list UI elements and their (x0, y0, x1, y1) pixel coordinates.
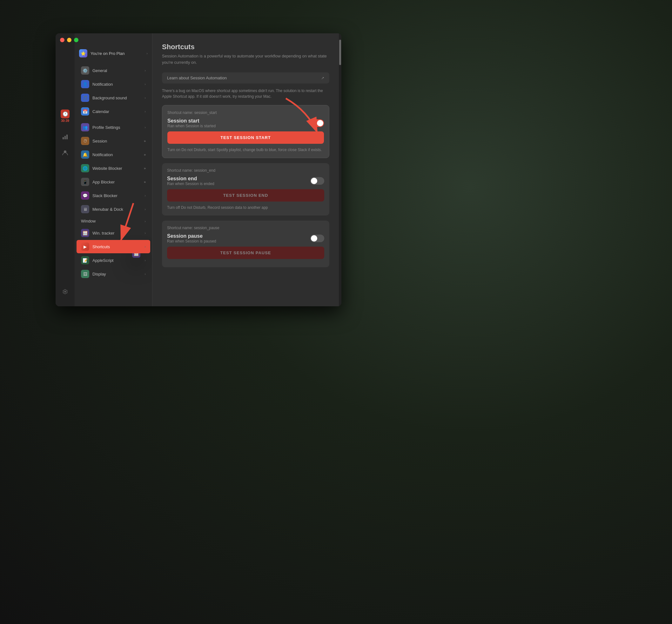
nav-items-container: ⚙️General›👤Notification›🎵Background soun… (75, 64, 152, 281)
pro-plan-item[interactable]: ⭐ You're on Pro Plan › (75, 46, 152, 61)
sidebar-item-window[interactable]: 🪟Window› (77, 216, 150, 226)
shortcut-card-session_pause: Shortcut name: session_pause Session pau… (162, 220, 329, 267)
sidebar-nav: ⭐ You're on Pro Plan › ⚙️General›👤Notifi… (75, 33, 152, 306)
shortcut-name-label-session_pause: Shortcut name: session_pause (167, 226, 324, 230)
sidebar-arrow-shortcuts: › (145, 245, 146, 249)
sidebar-item-website-blocker[interactable]: 🌐Website Blocker» (77, 161, 150, 175)
shortcut-desc-bottom-session_start: Turn on Do not Disturb, start Spotify pl… (167, 147, 324, 153)
sidebar-icon-app-blocker: 📱 (81, 178, 89, 186)
sidebar-icon-profile-settings: 👥 (81, 123, 89, 131)
sidebar-label-display: Display (93, 272, 141, 277)
profile-icon[interactable] (60, 148, 70, 158)
maximize-button[interactable] (74, 38, 78, 42)
sidebar-arrow-notification: › (145, 82, 146, 86)
sidebar-icon-notification: 👤 (81, 80, 89, 88)
sidebar-label-applescript: AppleScript (93, 258, 141, 263)
sidebar-label-app-blocker: App Blocker (93, 180, 141, 184)
sidebar-item-session[interactable]: ⏱Session» (77, 134, 150, 148)
sidebar-item-notification[interactable]: 👤Notification› (77, 77, 150, 91)
sidebar-label-session: Session (93, 139, 141, 144)
sidebar-icon-applescript: 📝 (81, 256, 89, 264)
minimize-button[interactable] (67, 38, 71, 42)
sidebar-label-window-tracker: Win. tracker (93, 231, 141, 235)
shortcut-row-session_pause: Session pause Ran when Session is paused (167, 233, 324, 243)
stats-icon[interactable] (60, 132, 70, 142)
timer-value: 30:39 (61, 119, 69, 123)
window-scrollbar[interactable] (339, 33, 341, 306)
sidebar-icon-background-sound: 🎵 (81, 94, 89, 102)
sidebar-icon-menubar-dock: 🖥 (81, 205, 89, 213)
sidebar-arrow-applescript: › (145, 258, 146, 262)
main-content: Shortcuts Session Automation is a powerf… (152, 33, 339, 306)
sidebar-arrow-notification2: » (144, 153, 146, 156)
shortcut-card-session_start: Shortcut name: session_start Session sta… (162, 105, 329, 158)
learn-link-arrow: ↗ (321, 76, 324, 80)
sidebar-item-slack-blocker[interactable]: 💬Slack Blocker› (77, 189, 150, 202)
toggle-thumb-session_start (317, 120, 323, 126)
close-button[interactable] (60, 38, 65, 42)
sidebar-label-shortcuts: Shortcuts (93, 244, 141, 249)
svg-rect-1 (65, 136, 66, 139)
shortcut-desc-session_start: Ran when Session is started (167, 124, 216, 128)
sidebar-label-background-sound: Background sound (93, 96, 141, 100)
sidebar-item-app-blocker[interactable]: 📱App Blocker» (77, 175, 150, 188)
sidebar-item-display[interactable]: 🖼Display› (77, 267, 150, 281)
sidebar-item-general[interactable]: ⚙️General› (77, 64, 150, 77)
sidebar-label-menubar-dock: Menubar & Dock (93, 207, 141, 212)
sidebar-item-applescript[interactable]: 📝AppleScript› (77, 254, 150, 267)
shortcut-desc-session_end: Ran when Session is ended (167, 182, 214, 186)
toggle-session_start[interactable] (310, 119, 324, 127)
test-btn-session_end[interactable]: TEST SESSION END (167, 189, 324, 202)
test-btn-session_start[interactable]: TEST SESSION START (167, 131, 324, 144)
sidebar-label-general: General (93, 68, 141, 73)
sidebar-arrow-app-blocker: » (144, 180, 146, 184)
sidebar-arrow-calendar: › (145, 109, 146, 113)
svg-rect-0 (63, 137, 64, 139)
sidebar-arrow-website-blocker: » (144, 166, 146, 170)
toggle-session_end[interactable] (310, 177, 324, 185)
shortcut-desc-bottom-session_end: Turn off Do not Disturb, Record session … (167, 205, 324, 210)
pro-plan-arrow: › (146, 51, 148, 55)
shortcut-cards-container: Shortcut name: session_start Session sta… (162, 105, 329, 267)
shortcut-card-session_end: Shortcut name: session_end Session end R… (162, 163, 329, 215)
sidebar-label-calendar: Calendar (93, 109, 141, 114)
pro-plan-icon: ⭐ (79, 49, 87, 57)
sidebar-item-shortcuts[interactable]: ▶Shortcuts› (77, 240, 150, 253)
shortcut-title-session_end: Session end (167, 176, 214, 182)
page-title: Shortcuts (162, 43, 329, 51)
sidebar-item-background-sound[interactable]: 🎵Background sound› (77, 91, 150, 104)
sidebar-label-window: Window (81, 219, 141, 224)
sidebar-label-profile-settings: Profile Settings (93, 125, 141, 130)
settings-icon[interactable] (60, 287, 70, 297)
shortcut-inner-title-session_start: Session start Ran when Session is starte… (167, 118, 216, 128)
shortcut-name-label-session_end: Shortcut name: session_end (167, 168, 324, 173)
shortcut-title-session_start: Session start (167, 118, 216, 124)
sidebar-arrow-session: » (144, 139, 146, 143)
sidebar-item-menubar-dock[interactable]: 🖥Menubar & Dock› (77, 203, 150, 216)
shortcut-desc-session_pause: Ran when Session is paused (167, 239, 216, 243)
sidebar-icon-website-blocker: 🌐 (81, 164, 89, 172)
sidebar-icon-notification2: 🔔 (81, 151, 89, 159)
toggle-session_pause[interactable] (310, 235, 324, 242)
svg-rect-2 (66, 135, 68, 139)
sidebar-icon-shortcuts: ▶ (81, 242, 89, 251)
sidebar-label-website-blocker: Website Blocker (93, 166, 141, 171)
toggle-thumb-session_end (311, 178, 317, 184)
page-subtitle: Session Automation is a powerful way to … (162, 53, 329, 66)
sidebar-arrow-menubar-dock: › (145, 207, 146, 211)
sidebar-item-window-tracker[interactable]: 🪟Win. tracker› (77, 226, 150, 240)
sidebar-item-calendar[interactable]: 📅Calendar› (77, 105, 150, 118)
scrollbar-thumb[interactable] (339, 40, 341, 65)
sidebar-icon-session: ⏱ (81, 137, 89, 145)
shortcut-row-session_end: Session end Ran when Session is ended (167, 176, 324, 186)
learn-link[interactable]: Learn about Session Automation ↗ (162, 72, 329, 83)
test-btn-session_pause[interactable]: TEST SESSION PAUSE (167, 246, 324, 259)
sidebar-arrow-window-tracker: › (145, 231, 146, 235)
sidebar-icon-slack-blocker: 💬 (81, 191, 89, 200)
sidebar-item-notification2[interactable]: 🔔Notification» (77, 148, 150, 161)
sidebar-arrow-general: › (145, 69, 146, 72)
sidebar-label-slack-blocker: Slack Blocker (93, 193, 141, 198)
timer-widget[interactable]: 🕐 30:39 (61, 109, 70, 123)
shortcut-row-session_start: Session start Ran when Session is starte… (167, 118, 324, 128)
sidebar-item-profile-settings[interactable]: 👥Profile Settings› (77, 121, 150, 134)
